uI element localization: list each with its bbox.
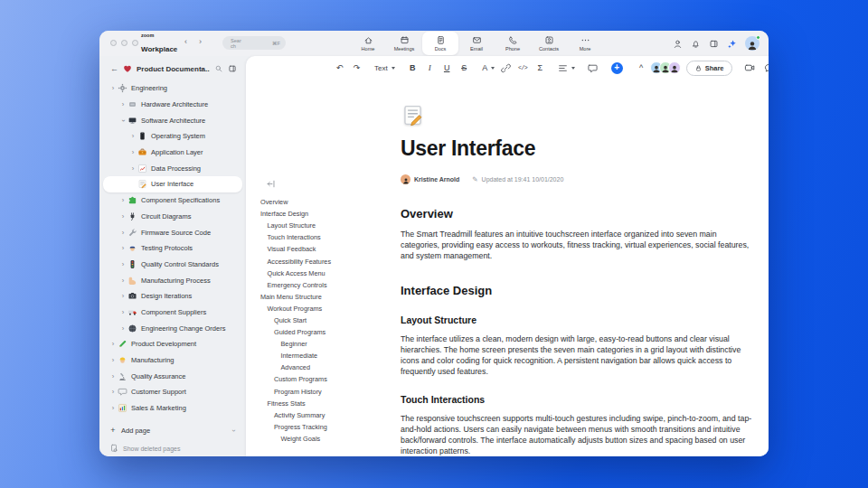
- collapse-outline-icon[interactable]: [266, 179, 276, 189]
- chevron-right-icon[interactable]: ›: [128, 132, 137, 140]
- outline-item-weight-goals[interactable]: Weight Goals: [260, 433, 392, 445]
- sidebar-item-hardware-architecture[interactable]: ›Hardware Architecture: [103, 97, 242, 113]
- underline-button[interactable]: U: [440, 61, 454, 75]
- maximize-window-button[interactable]: [132, 40, 138, 46]
- sidebar-item-customer-support[interactable]: ›Customer Support: [103, 384, 242, 400]
- outline-item-fitness-stats[interactable]: Fitness Stats: [260, 398, 392, 409]
- chevron-right-icon[interactable]: ›: [128, 164, 137, 173]
- sidebar-collapse-icon[interactable]: [228, 64, 237, 73]
- strikethrough-button[interactable]: S: [458, 61, 471, 75]
- italic-button[interactable]: I: [423, 61, 437, 75]
- comment-button[interactable]: [586, 61, 599, 75]
- chevron-right-icon[interactable]: ›: [108, 404, 118, 412]
- sidebar-item-circuit-diagrams[interactable]: ›Circuit Diagrams: [103, 209, 242, 225]
- sidebar-item-component-suppliers[interactable]: ›Component Suppliers: [103, 305, 242, 321]
- outline-item-progress-tracking[interactable]: Progress Tracking: [260, 421, 392, 433]
- text-style-button[interactable]: Text: [374, 61, 395, 75]
- sidebar-search-icon[interactable]: [214, 64, 223, 73]
- sidebar-item-engineering[interactable]: ›Engineering: [103, 80, 242, 97]
- sidebar-item-product-development[interactable]: ›Product Development: [103, 336, 242, 352]
- outline-item-intermediate[interactable]: Intermediate: [260, 350, 392, 361]
- chevron-right-icon[interactable]: ›: [118, 196, 127, 204]
- outline-item-layout-structure[interactable]: Layout Structure: [260, 220, 392, 231]
- chevron-right-icon[interactable]: ›: [108, 356, 118, 364]
- back-arrow-icon[interactable]: ←: [110, 64, 118, 73]
- sidebar-item-operating-system[interactable]: ›Operating System: [103, 128, 242, 145]
- outline-item-main-menu-structure[interactable]: Main Menu Structure: [260, 291, 392, 303]
- panel-icon[interactable]: [709, 39, 719, 49]
- collapse-toolbar-button[interactable]: ^: [635, 61, 648, 75]
- chevron-right-icon[interactable]: ›: [108, 388, 118, 396]
- sidebar-item-firmware-source-code[interactable]: ›Firmware Source Code: [103, 224, 242, 240]
- tab-meetings[interactable]: Meetings: [386, 31, 422, 56]
- tab-docs[interactable]: Docs: [422, 32, 458, 55]
- user-avatar[interactable]: [745, 36, 760, 51]
- tab-contacts[interactable]: Contacts: [531, 31, 567, 56]
- chevron-down-icon[interactable]: ›: [230, 429, 238, 432]
- redo-button[interactable]: ↷: [350, 61, 363, 75]
- code-button[interactable]: </>: [516, 61, 530, 75]
- person-icon[interactable]: [673, 39, 683, 49]
- insert-button[interactable]: +: [610, 61, 624, 75]
- show-deleted-pages-button[interactable]: Show deleted pages: [103, 441, 242, 455]
- chevron-right-icon[interactable]: ›: [118, 324, 127, 333]
- chevron-right-icon[interactable]: ›: [118, 260, 127, 268]
- sidebar-item-application-layer[interactable]: ›Application Layer: [103, 145, 242, 161]
- chevron-right-icon[interactable]: ›: [118, 277, 127, 285]
- chevron-right-icon[interactable]: ›: [118, 212, 127, 221]
- outline-item-interface-design[interactable]: Interface Design: [260, 208, 392, 220]
- memo-doc-icon[interactable]: [401, 103, 425, 127]
- outline-item-workout-programs[interactable]: Workout Programs: [260, 303, 392, 314]
- tab-more[interactable]: More: [567, 31, 603, 56]
- sidebar-item-design-iterations[interactable]: ›Design Iterations: [103, 288, 242, 305]
- outline-item-custom-programs[interactable]: Custom Programs: [260, 373, 392, 385]
- outline-item-beginner[interactable]: Beginner: [260, 338, 392, 350]
- chevron-right-icon[interactable]: ›: [128, 148, 137, 156]
- tab-phone[interactable]: Phone: [495, 31, 531, 56]
- outline-item-overview[interactable]: Overview: [260, 196, 392, 208]
- outline-item-quick-start[interactable]: Quick Start: [260, 314, 392, 326]
- sidebar-item-data-processing[interactable]: ›Data Processing: [103, 160, 242, 176]
- outline-item-advanced[interactable]: Advanced: [260, 361, 392, 373]
- chevron-right-icon[interactable]: ›: [108, 372, 118, 380]
- bell-icon[interactable]: [691, 39, 701, 49]
- sparkle-icon[interactable]: [727, 39, 737, 49]
- text-color-button[interactable]: A: [482, 61, 495, 75]
- outline-item-quick-access-menu[interactable]: Quick Access Menu: [260, 267, 392, 279]
- undo-button[interactable]: ↶: [333, 61, 346, 75]
- outline-item-accessibility-features[interactable]: Accessibility Features: [260, 255, 392, 267]
- sidebar-item-quality-control-standards[interactable]: ›Quality Control Standards: [103, 257, 242, 273]
- sidebar-item-sales-marketing[interactable]: ›Sales & Marketing: [103, 400, 242, 417]
- tab-email[interactable]: Email: [458, 31, 495, 56]
- outline-item-emergency-controls[interactable]: Emergency Controls: [260, 279, 392, 291]
- chevron-right-icon[interactable]: ›: [118, 292, 127, 300]
- chevron-right-icon[interactable]: ›: [108, 84, 118, 92]
- chevron-right-icon[interactable]: ›: [118, 100, 127, 108]
- chevron-right-icon[interactable]: ›: [108, 340, 118, 348]
- sidebar-item-manufacturing-process[interactable]: ›Manufacturing Process: [103, 272, 242, 288]
- video-button[interactable]: [742, 61, 757, 75]
- sidebar-item-component-specifications[interactable]: ›Component Specifications: [103, 192, 242, 209]
- chevron-down-icon[interactable]: ›: [119, 116, 127, 125]
- link-button[interactable]: [499, 61, 513, 75]
- sidebar-item-manufacturing[interactable]: ›Manufacturing: [103, 352, 242, 369]
- add-page-button[interactable]: + Add page ›: [103, 423, 242, 437]
- back-button[interactable]: ‹: [184, 37, 187, 46]
- outline-item-visual-feedback[interactable]: Visual Feedback: [260, 243, 392, 255]
- tab-home[interactable]: Home: [350, 31, 386, 56]
- equation-button[interactable]: Σ: [533, 61, 547, 75]
- outline-item-activity-summary[interactable]: Activity Summary: [260, 409, 392, 421]
- sidebar-item-quality-assurance[interactable]: ›Quality Assurance: [103, 368, 242, 384]
- chevron-right-icon[interactable]: ›: [118, 244, 127, 252]
- sidebar-item-engineering-change-orders[interactable]: ›Engineering Change Orders: [103, 320, 242, 336]
- chevron-right-icon[interactable]: ›: [118, 229, 127, 237]
- global-search[interactable]: Search ⌘F: [222, 36, 286, 50]
- close-window-button[interactable]: [110, 40, 117, 46]
- outline-item-program-history[interactable]: Program History: [260, 386, 392, 398]
- sidebar-item-software-architecture[interactable]: ›Software Architecture: [103, 112, 242, 128]
- sidebar-item-user-interface[interactable]: User Interface: [103, 176, 242, 192]
- align-button[interactable]: [558, 61, 575, 75]
- minimize-window-button[interactable]: [121, 40, 127, 46]
- share-button[interactable]: Share: [686, 61, 732, 76]
- bold-button[interactable]: B: [406, 61, 420, 75]
